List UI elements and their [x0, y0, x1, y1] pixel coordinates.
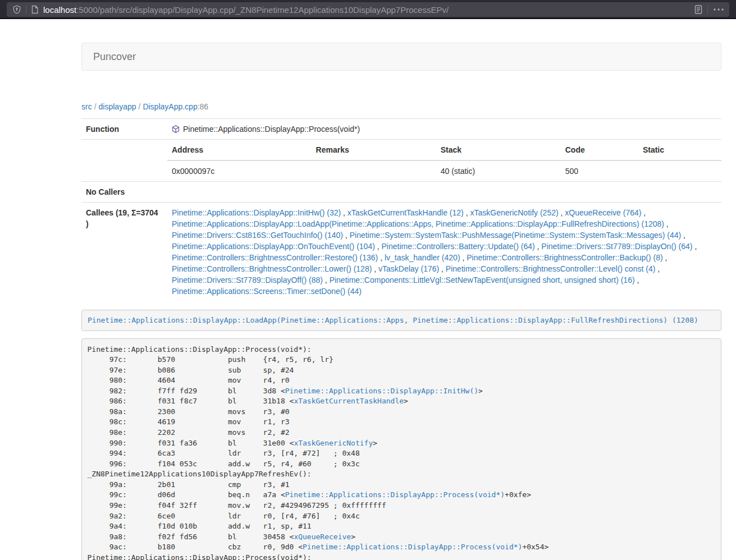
callee-separator: ,	[375, 242, 382, 251]
breadcrumb-line-number: :86	[198, 102, 208, 111]
callee-separator: ,	[635, 276, 639, 284]
toolbar-divider	[707, 5, 708, 14]
callee-separator: ,	[664, 219, 669, 228]
callee-link[interactable]: Pinetime::Applications::DisplayApp::Load…	[172, 219, 664, 228]
callee-separator: ,	[535, 242, 542, 251]
stats-table: Address Remarks Stack Code Static 0x0000…	[167, 140, 721, 181]
no-callers-label: No Callers	[81, 182, 167, 203]
callee-link[interactable]: Pinetime::Applications::Screens::Timer::…	[172, 287, 362, 296]
breadcrumb-separator: /	[92, 102, 99, 111]
disassembly-symbol-link[interactable]: xTaskGetCurrentTaskHandle	[294, 397, 404, 405]
breadcrumb-link-displayapp[interactable]: displayapp	[99, 102, 136, 111]
callee-separator: ,	[693, 242, 697, 251]
package-icon	[172, 125, 180, 134]
breadcrumb: src/displayapp/DisplayApp.cpp:86	[81, 101, 721, 112]
callee-link[interactable]: Pinetime::Controllers::BrightnessControl…	[172, 253, 378, 262]
disassembly-symbol-link[interactable]: xQueueReceive	[294, 533, 351, 541]
address-value: 0x0000097c	[167, 160, 312, 181]
col-stack: Stack	[436, 140, 561, 160]
code-size-value: 500	[561, 160, 638, 181]
stats-row: Address Remarks Stack Code Static 0x0000…	[81, 140, 721, 182]
callee-link[interactable]: Pinetime::Drivers::Cst816S::GetTouchInfo…	[172, 231, 343, 240]
callee-link[interactable]: Pinetime::Controllers::BrightnessControl…	[172, 264, 372, 273]
callee-separator: ,	[343, 231, 350, 240]
callee-separator: ,	[323, 276, 330, 284]
highlighted-callee-link[interactable]: Pinetime::Applications::DisplayApp::Load…	[88, 316, 698, 324]
callee-separator: ,	[439, 264, 446, 273]
col-address: Address	[167, 140, 312, 160]
breadcrumb-link-file[interactable]: DisplayApp.cpp	[143, 102, 197, 111]
callee-separator: ,	[372, 264, 378, 273]
callee-separator: ,	[559, 208, 565, 217]
more-icon[interactable]	[712, 5, 725, 14]
callee-link[interactable]: Pinetime::Drivers::St7789::DisplayOff() …	[172, 276, 323, 284]
function-table: Function Pinetime::Applications::Display…	[81, 118, 721, 301]
callee-link[interactable]: vTaskDelay (176)	[378, 264, 439, 273]
callee-separator: ,	[641, 208, 646, 217]
col-remarks: Remarks	[312, 140, 436, 160]
callee-separator: ,	[460, 253, 467, 262]
callee-link[interactable]: Pinetime::Applications::DisplayApp::Init…	[172, 208, 341, 217]
callee-separator: ,	[464, 208, 470, 217]
callee-link[interactable]: xQueueReceive (764)	[565, 208, 641, 217]
page-icon[interactable]	[31, 5, 39, 14]
col-code: Code	[561, 140, 638, 160]
callees-list: Pinetime::Applications::DisplayApp::Init…	[172, 208, 697, 296]
url-host: localhost	[43, 5, 76, 15]
app-navbar: Puncover	[81, 43, 721, 71]
url-bar[interactable]: localhost:5000/path/src/displayapp/Displ…	[7, 2, 729, 17]
disassembly-symbol-link[interactable]: Pinetime::Applications::DisplayApp::Proc…	[303, 543, 522, 551]
callers-row: No Callers	[81, 182, 721, 203]
callee-separator: ,	[655, 264, 660, 273]
callee-link[interactable]: Pinetime::Components::LittleVgl::SetNewT…	[330, 276, 635, 284]
callee-link[interactable]: Pinetime::Controllers::BrightnessControl…	[446, 264, 655, 273]
urlbar-divider	[26, 5, 26, 14]
disassembly-symbol-link[interactable]: xTaskGenericNotify	[294, 439, 373, 447]
callee-separator: ,	[663, 253, 668, 262]
callee-link[interactable]: xTaskGenericNotify (252)	[470, 208, 558, 217]
col-static: Static	[638, 140, 721, 160]
browser-toolbar: localhost:5000/path/src/displayapp/Displ…	[0, 0, 736, 19]
url-path: :5000/path/src/displayapp/DisplayApp.cpp…	[76, 5, 449, 15]
function-row: Function Pinetime::Applications::Display…	[81, 119, 721, 140]
callee-link[interactable]: Pinetime::Applications::DisplayApp::OnTo…	[172, 242, 375, 251]
reader-mode-icon[interactable]	[694, 4, 703, 15]
callees-label: Callees (19, Σ=3704 )	[81, 203, 167, 302]
callees-row: Callees (19, Σ=3704 ) Pinetime::Applicat…	[81, 203, 721, 302]
function-label: Function	[81, 119, 167, 140]
stats-values-row: 0x0000097c 40 (static) 500	[167, 160, 721, 181]
highlighted-callee-panel: Pinetime::Applications::DisplayApp::Load…	[81, 310, 721, 331]
page-container: Puncover src/displayapp/DisplayApp.cpp:8…	[81, 19, 721, 560]
brand-link[interactable]: Puncover	[82, 51, 136, 63]
callee-link[interactable]: xTaskGetCurrentTaskHandle (12)	[348, 208, 464, 217]
remarks-value	[312, 160, 436, 181]
url-text: localhost:5000/path/src/displayapp/Displ…	[43, 5, 449, 15]
breadcrumb-separator: /	[136, 102, 143, 111]
disassembly-symbol-link[interactable]: Pinetime::Applications::DisplayApp::Proc…	[285, 490, 505, 499]
disassembly-symbol-link[interactable]: Pinetime::Applications::DisplayApp::Init…	[285, 387, 478, 395]
static-value	[638, 160, 721, 181]
disassembly-code: Pinetime::Applications::DisplayApp::Proc…	[81, 338, 721, 560]
callee-link[interactable]: Pinetime::Controllers::Battery::Update()…	[382, 242, 535, 251]
stack-value: 40 (static)	[436, 160, 561, 181]
shield-icon[interactable]	[12, 5, 21, 14]
callee-link[interactable]: Pinetime::Controllers::BrightnessControl…	[467, 253, 662, 262]
callee-separator: ,	[681, 231, 685, 240]
callee-link[interactable]: Pinetime::System::SystemTask::PushMessag…	[350, 231, 682, 240]
callee-separator: ,	[378, 253, 385, 262]
function-name: Pinetime::Applications::DisplayApp::Proc…	[183, 123, 360, 135]
callee-link[interactable]: Pinetime::Drivers::St7789::DisplayOn() (…	[541, 242, 692, 251]
callee-link[interactable]: lv_task_handler (420)	[385, 253, 460, 262]
callee-separator: ,	[341, 208, 348, 217]
breadcrumb-link-src[interactable]: src	[81, 102, 92, 111]
